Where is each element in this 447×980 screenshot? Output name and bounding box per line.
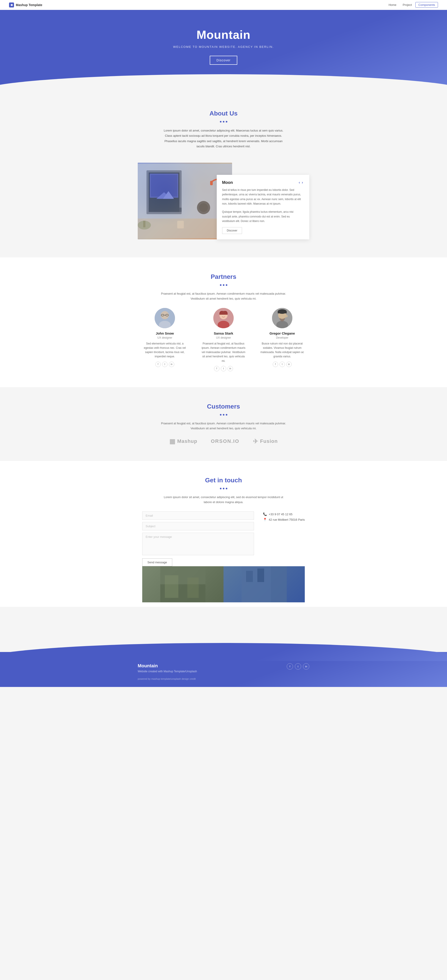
contact-phone: 📞 +33 9 07 45 12 65 — [263, 512, 305, 516]
customer-logo-mashup: ▦ Mashup — [169, 438, 197, 445]
footer-linkedin-button[interactable]: in — [303, 663, 309, 670]
partners-grid: John Snow UX designer Sed elementum vehi… — [142, 308, 305, 371]
svg-rect-29 — [278, 312, 287, 313]
mashup-name: Mashup — [177, 438, 197, 444]
contact-subtitle: Lorem ipsum dolor sit amet, consectetur … — [160, 495, 287, 505]
svg-rect-39 — [271, 566, 287, 602]
svg-rect-33 — [165, 575, 178, 598]
partners-dots — [5, 283, 442, 287]
sansa-linkedin-button[interactable]: in — [228, 366, 233, 371]
partners-subtitle: Praesent at feugiat est, at faucibus ips… — [160, 291, 287, 301]
partner-avatar-gregor — [272, 308, 292, 328]
portfolio-discover-button[interactable]: Discover — [222, 227, 242, 234]
svg-rect-34 — [187, 578, 199, 598]
person-svg-sansa — [213, 308, 234, 328]
hero-cta-button[interactable]: Discover — [210, 56, 237, 65]
partner-name-john: John Snow — [142, 331, 187, 335]
partner-card-gregor: Gregor Clegane Developer Busce rutrum ni… — [260, 308, 305, 371]
sansa-twitter-button[interactable]: t — [221, 366, 226, 371]
portfolio-card-body2: Quisque tempor, ligula pharetra luctus e… — [222, 210, 303, 223]
portfolio-prev-button[interactable]: ‹ — [299, 180, 300, 185]
sansa-facebook-button[interactable]: f — [214, 366, 219, 371]
contact-form: Send message — [142, 511, 254, 566]
customers-section: Customers Praesent at feugiat est, at fa… — [0, 387, 447, 461]
footer-brand: Mountain Website created with Mashup Tem… — [138, 663, 197, 673]
about-body: Lorem ipsum dolor sit amet, consectetur … — [160, 128, 287, 149]
gregor-facebook-button[interactable]: f — [273, 362, 278, 367]
footer-twitter-button[interactable]: t — [295, 663, 301, 670]
partner-social-gregor: f t in — [260, 362, 305, 367]
contact-image-right — [224, 566, 305, 602]
partner-card-sansa: Sansa Stark UX designer Praesent at feug… — [201, 308, 246, 371]
customers-logos: ▦ Mashup ORSON.IO ✈ Fusion — [5, 438, 442, 445]
svg-rect-7 — [149, 208, 182, 212]
hero-subtitle: Welcome to Mountain Website. Agency in B… — [5, 45, 442, 48]
hero-section: Mountain Welcome to Mountain Website. Ag… — [0, 10, 447, 92]
partner-avatar-john — [155, 308, 175, 328]
partner-social-sansa: f t in — [201, 366, 246, 371]
footer-tagline: Website created with Mashup Template/Uns… — [138, 670, 197, 673]
contact-right-svg — [224, 566, 305, 602]
footer-inner: Mountain Website created with Mashup Tem… — [138, 663, 309, 673]
portfolio-section: Moon ‹ › Sed id tellus in risus pre tum … — [0, 163, 447, 258]
logo-text: Mashup Template — [16, 3, 42, 7]
nav-components[interactable]: Components — [415, 2, 438, 8]
phone-number: +33 9 07 45 12 65 — [269, 512, 292, 516]
partners-section: Partners Praesent at feugiat est, at fau… — [0, 258, 447, 387]
customers-dots — [5, 412, 442, 417]
fusion-name: Fusion — [260, 438, 278, 444]
customer-logo-orson: ORSON.IO — [211, 438, 239, 444]
about-section: About Us Lorem ipsum dolor sit amet, con… — [0, 92, 447, 163]
partner-avatar-sansa — [213, 308, 234, 328]
svg-rect-38 — [257, 568, 264, 582]
customer-logo-fusion: ✈ Fusion — [253, 438, 278, 445]
mashup-icon: ▦ — [169, 438, 176, 445]
svg-point-12 — [199, 203, 208, 212]
logo-icon: ▦ — [9, 3, 14, 8]
partner-role-john: UX designer — [142, 336, 187, 339]
footer: Mountain Website created with Mashup Tem… — [0, 652, 447, 687]
fusion-icon: ✈ — [253, 438, 258, 445]
footer-facebook-button[interactable]: f — [287, 663, 293, 670]
gregor-twitter-button[interactable]: t — [279, 362, 285, 367]
nav-logo: ▦ Mashup Template — [9, 3, 42, 8]
john-linkedin-button[interactable]: in — [169, 362, 174, 367]
contact-left-svg — [142, 566, 224, 602]
portfolio-card: Moon ‹ › Sed id tellus in risus pre tum … — [217, 175, 309, 239]
address-text: 42 rue Molibert 75016 Paris — [269, 518, 305, 521]
nav-project[interactable]: Project — [400, 2, 415, 8]
subject-field[interactable] — [142, 522, 254, 530]
partner-bio-sansa: Praesent at feugiat est, at faucibus ips… — [201, 342, 246, 363]
navbar: ▦ Mashup Template Home Project Component… — [0, 0, 447, 10]
email-field[interactable] — [142, 511, 254, 520]
send-button[interactable]: Send message — [142, 558, 172, 566]
portfolio-container: Moon ‹ › Sed id tellus in risus pre tum … — [138, 163, 309, 239]
nav-home[interactable]: Home — [386, 2, 399, 8]
partner-role-gregor: Developer — [260, 336, 305, 339]
svg-point-30 — [284, 315, 288, 317]
contact-dots — [5, 486, 442, 490]
person-svg-john — [155, 308, 175, 328]
message-field[interactable] — [142, 533, 254, 555]
gregor-linkedin-button[interactable]: in — [286, 362, 292, 367]
about-title: About Us — [5, 110, 442, 117]
contact-container: Send message 📞 +33 9 07 45 12 65 📍 42 ru… — [142, 511, 305, 566]
contact-image-left — [142, 566, 224, 602]
portfolio-card-header: Moon ‹ › — [222, 180, 303, 185]
person-svg-gregor — [272, 308, 292, 328]
partner-card-john: John Snow UX designer Sed elementum vehi… — [142, 308, 187, 371]
portfolio-nav: ‹ › — [299, 180, 303, 185]
footer-copyright: powered by mashup template/unsplash desi… — [138, 678, 309, 680]
contact-info: 📞 +33 9 07 45 12 65 📍 42 rue Molibert 75… — [263, 511, 305, 523]
phone-icon: 📞 — [263, 512, 267, 516]
portfolio-next-button[interactable]: › — [302, 180, 303, 185]
customers-subtitle: Praesent at feugiat est, at faucibus ips… — [160, 421, 287, 431]
partner-name-sansa: Sansa Stark — [201, 331, 246, 335]
about-dots — [5, 119, 442, 123]
john-twitter-button[interactable]: t — [162, 362, 168, 367]
partner-bio-gregor: Busce rutrum nisl non dui placerat sodal… — [260, 342, 305, 359]
footer-brand-name: Mountain — [138, 663, 197, 668]
contact-section: Get in touch Lorem ipsum dolor sit amet,… — [0, 461, 447, 607]
contact-images — [142, 566, 305, 602]
john-facebook-button[interactable]: f — [155, 362, 161, 367]
